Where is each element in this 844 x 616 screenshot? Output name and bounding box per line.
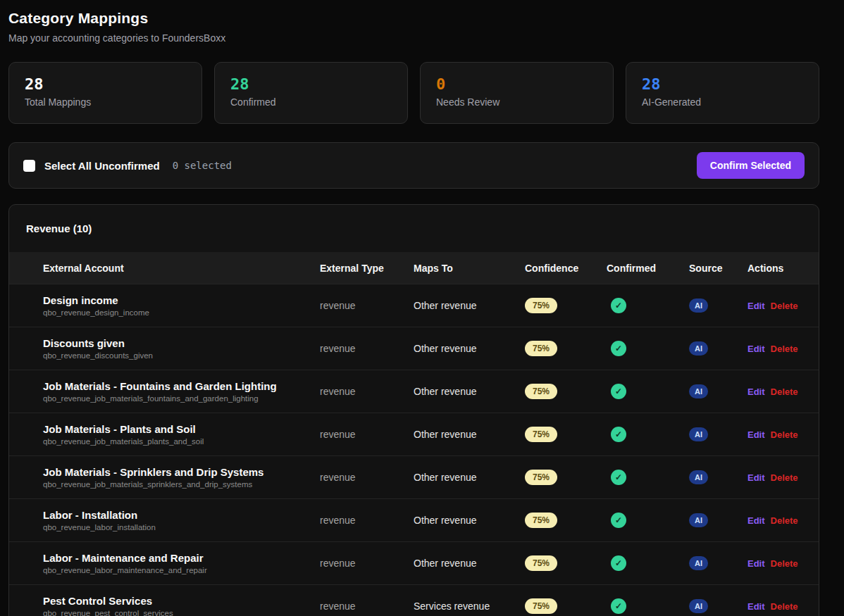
stat-card: 0 Needs Review bbox=[420, 62, 614, 124]
maps-to-cell: Other revenue bbox=[414, 300, 525, 311]
account-name: Job Materials - Fountains and Garden Lig… bbox=[43, 380, 320, 392]
edit-link[interactable]: Edit bbox=[747, 472, 765, 483]
ai-source-badge: AI bbox=[689, 599, 708, 613]
source-cell: AI bbox=[689, 470, 747, 484]
confirmed-cell: ✓ bbox=[607, 470, 689, 485]
confidence-cell: 75% bbox=[525, 513, 607, 528]
delete-link[interactable]: Delete bbox=[771, 301, 798, 311]
table-row: Labor - Installation qbo_revenue_labor_i… bbox=[9, 498, 819, 541]
confidence-badge: 75% bbox=[525, 555, 557, 571]
delete-link[interactable]: Delete bbox=[771, 515, 798, 526]
confirmed-cell: ✓ bbox=[607, 341, 689, 356]
table-header-row: External Account External Type Maps To C… bbox=[9, 252, 819, 284]
edit-link[interactable]: Edit bbox=[747, 515, 765, 526]
column-header-confidence: Confidence bbox=[525, 263, 607, 274]
table-row: Discounts given qbo_revenue_discounts_gi… bbox=[9, 327, 819, 370]
stat-card: 28 Confirmed bbox=[214, 62, 408, 124]
account-code: qbo_revenue_labor_maintenance_and_repair bbox=[43, 566, 320, 574]
account-name: Job Materials - Sprinklers and Drip Syst… bbox=[43, 466, 320, 478]
delete-link[interactable]: Delete bbox=[771, 601, 798, 612]
external-type-cell: revenue bbox=[320, 386, 414, 397]
confidence-cell: 75% bbox=[525, 598, 607, 614]
confidence-badge: 75% bbox=[525, 384, 557, 399]
account-code: qbo_revenue_labor_installation bbox=[43, 523, 320, 532]
account-code: qbo_revenue_pest_control_services bbox=[43, 609, 320, 616]
external-type-cell: revenue bbox=[320, 472, 414, 483]
maps-to-cell: Other revenue bbox=[414, 429, 525, 440]
ai-source-badge: AI bbox=[689, 341, 708, 356]
maps-to-cell: Other revenue bbox=[414, 515, 525, 526]
account-cell: Job Materials - Sprinklers and Drip Syst… bbox=[43, 466, 320, 489]
actions-cell: Edit Delete bbox=[747, 558, 819, 569]
select-all-checkbox[interactable] bbox=[23, 160, 35, 172]
edit-link[interactable]: Edit bbox=[747, 301, 765, 311]
ai-source-badge: AI bbox=[689, 427, 708, 441]
stat-label: Confirmed bbox=[230, 96, 392, 108]
account-code: qbo_revenue_job_materials_fountains_and_… bbox=[43, 394, 320, 403]
external-type-cell: revenue bbox=[320, 601, 414, 612]
ai-source-badge: AI bbox=[689, 384, 708, 398]
stats-row: 28 Total Mappings 28 Confirmed 0 Needs R… bbox=[8, 62, 819, 124]
edit-link[interactable]: Edit bbox=[747, 601, 765, 612]
table-row: Pest Control Services qbo_revenue_pest_c… bbox=[9, 584, 819, 616]
page: Category Mappings Map your accounting ca… bbox=[0, 0, 844, 616]
confirmed-check-icon: ✓ bbox=[611, 384, 626, 399]
confirmed-cell: ✓ bbox=[607, 513, 689, 528]
source-cell: AI bbox=[689, 427, 747, 441]
external-type-cell: revenue bbox=[320, 343, 414, 354]
account-cell: Discounts given qbo_revenue_discounts_gi… bbox=[43, 337, 320, 360]
account-cell: Labor - Installation qbo_revenue_labor_i… bbox=[43, 509, 320, 532]
delete-link[interactable]: Delete bbox=[771, 429, 798, 440]
ai-source-badge: AI bbox=[689, 298, 708, 313]
edit-link[interactable]: Edit bbox=[747, 429, 765, 440]
confirm-selected-button[interactable]: Confirm Selected bbox=[697, 152, 805, 179]
column-header-source: Source bbox=[689, 263, 747, 274]
actions-cell: Edit Delete bbox=[747, 601, 819, 612]
confidence-cell: 75% bbox=[525, 384, 607, 399]
confidence-cell: 75% bbox=[525, 427, 607, 442]
column-header-maps-to: Maps To bbox=[414, 263, 525, 274]
edit-link[interactable]: Edit bbox=[747, 558, 765, 569]
table-row: Job Materials - Sprinklers and Drip Syst… bbox=[9, 455, 819, 498]
account-name: Labor - Installation bbox=[43, 509, 320, 521]
confidence-badge: 75% bbox=[525, 513, 557, 528]
selected-count: 0 selected bbox=[173, 160, 232, 171]
external-type-cell: revenue bbox=[320, 558, 414, 569]
confirmed-check-icon: ✓ bbox=[611, 513, 626, 528]
actions-cell: Edit Delete bbox=[747, 344, 819, 354]
delete-link[interactable]: Delete bbox=[771, 472, 798, 483]
account-code: qbo_revenue_design_income bbox=[43, 308, 320, 317]
ai-source-badge: AI bbox=[689, 513, 708, 527]
edit-link[interactable]: Edit bbox=[747, 344, 765, 354]
table-row: Labor - Maintenance and Repair qbo_reven… bbox=[9, 541, 819, 584]
edit-link[interactable]: Edit bbox=[747, 386, 765, 397]
delete-link[interactable]: Delete bbox=[771, 558, 798, 569]
external-type-cell: revenue bbox=[320, 300, 414, 311]
maps-to-cell: Other revenue bbox=[414, 472, 525, 483]
ai-source-badge: AI bbox=[689, 556, 708, 570]
stat-value: 28 bbox=[25, 75, 186, 93]
confidence-cell: 75% bbox=[525, 470, 607, 485]
confidence-badge: 75% bbox=[525, 341, 557, 356]
select-all-label: Select All Unconfirmed bbox=[44, 160, 160, 172]
table-row: Design income qbo_revenue_design_income … bbox=[9, 284, 819, 327]
account-code: qbo_revenue_job_materials_plants_and_soi… bbox=[43, 437, 320, 446]
maps-to-cell: Services revenue bbox=[414, 601, 525, 612]
actions-cell: Edit Delete bbox=[747, 515, 819, 526]
external-type-cell: revenue bbox=[320, 515, 414, 526]
maps-to-cell: Other revenue bbox=[414, 558, 525, 569]
stat-label: AI-Generated bbox=[642, 96, 803, 108]
confirmed-cell: ✓ bbox=[607, 427, 689, 442]
confidence-badge: 75% bbox=[525, 298, 557, 313]
external-type-cell: revenue bbox=[320, 429, 414, 440]
confirmed-check-icon: ✓ bbox=[611, 341, 626, 356]
source-cell: AI bbox=[689, 384, 747, 398]
account-cell: Job Materials - Plants and Soil qbo_reve… bbox=[43, 423, 320, 446]
stat-value: 0 bbox=[436, 75, 597, 93]
stat-value: 28 bbox=[642, 75, 803, 93]
confidence-badge: 75% bbox=[525, 470, 557, 485]
delete-link[interactable]: Delete bbox=[771, 344, 798, 354]
delete-link[interactable]: Delete bbox=[771, 386, 798, 397]
source-cell: AI bbox=[689, 341, 747, 356]
account-name: Discounts given bbox=[43, 337, 320, 349]
